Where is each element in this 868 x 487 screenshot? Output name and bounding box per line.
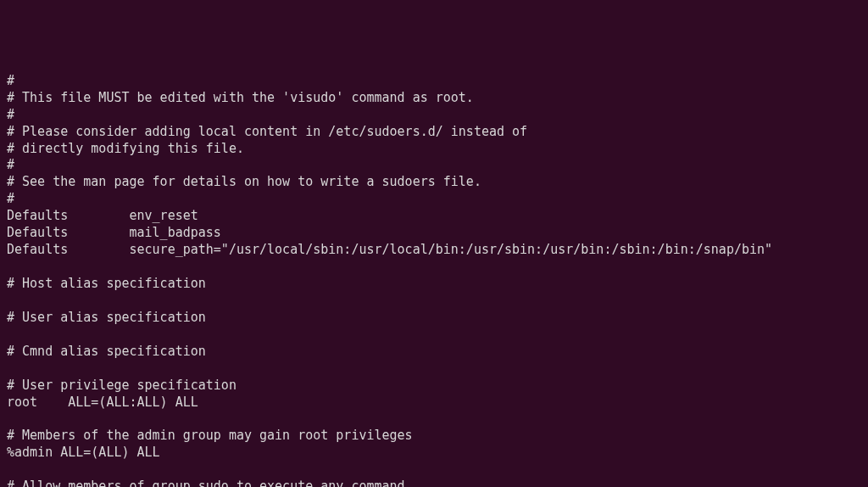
file-line: # Cmnd alias specification bbox=[7, 344, 861, 361]
file-line: # This file MUST be edited with the 'vis… bbox=[7, 90, 861, 107]
file-line bbox=[7, 411, 861, 428]
file-line: # directly modifying this file. bbox=[7, 141, 861, 158]
file-line bbox=[7, 462, 861, 479]
file-line: Defaults mail_badpass bbox=[7, 225, 861, 242]
file-line: # bbox=[7, 157, 861, 174]
file-line: # bbox=[7, 107, 861, 124]
file-line: Defaults secure_path="/usr/local/sbin:/u… bbox=[7, 242, 861, 259]
terminal-content[interactable]: ## This file MUST be edited with the 'vi… bbox=[7, 73, 861, 487]
file-line: # bbox=[7, 73, 861, 90]
file-line: Defaults env_reset bbox=[7, 208, 861, 225]
file-line: # bbox=[7, 191, 861, 208]
file-line: # See the man page for details on how to… bbox=[7, 174, 861, 191]
file-line bbox=[7, 361, 861, 378]
file-line bbox=[7, 293, 861, 310]
file-line: # Host alias specification bbox=[7, 276, 861, 293]
file-line: %admin ALL=(ALL) ALL bbox=[7, 445, 861, 462]
file-line: # Allow members of group sudo to execute… bbox=[7, 479, 861, 487]
file-line: # User alias specification bbox=[7, 310, 861, 327]
file-line: # Members of the admin group may gain ro… bbox=[7, 428, 861, 445]
file-line bbox=[7, 327, 861, 344]
file-line: # User privilege specification bbox=[7, 378, 861, 395]
file-line bbox=[7, 259, 861, 276]
file-line: root ALL=(ALL:ALL) ALL bbox=[7, 395, 861, 411]
file-line: # Please consider adding local content i… bbox=[7, 124, 861, 141]
